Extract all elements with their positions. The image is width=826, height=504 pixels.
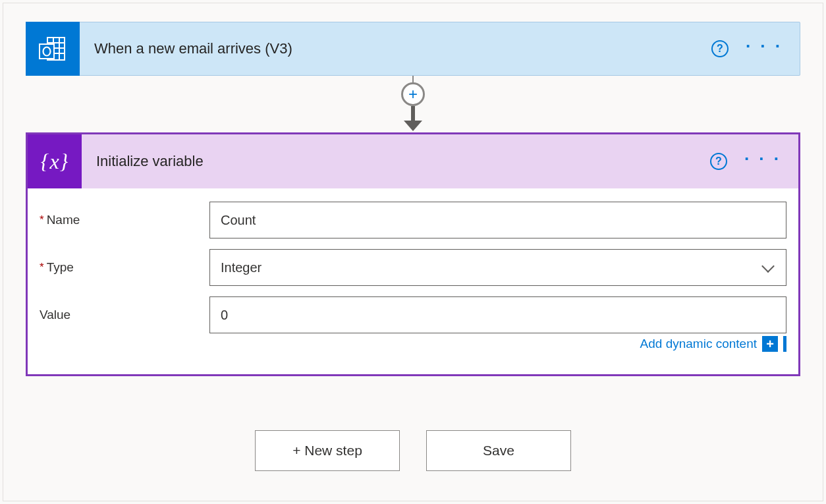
- dynamic-content-handle[interactable]: [783, 336, 786, 352]
- field-label-name: * Name: [40, 213, 209, 227]
- variable-icon: {x}: [28, 134, 82, 188]
- svg-rect-6: [40, 44, 54, 59]
- connector: +: [26, 76, 800, 134]
- field-row-type: * Type Integer: [40, 249, 786, 286]
- action-header-actions: ? · · ·: [710, 153, 798, 170]
- insert-step-button[interactable]: +: [401, 82, 425, 106]
- flow-designer-canvas: When a new email arrives (V3) ? · · · + …: [3, 3, 823, 501]
- label-text: Type: [47, 260, 74, 275]
- field-label-type: * Type: [40, 260, 209, 275]
- help-icon[interactable]: ?: [711, 40, 729, 57]
- more-menu-icon[interactable]: · · ·: [746, 43, 783, 55]
- type-select[interactable]: Integer: [209, 249, 786, 286]
- connector-arrow: [404, 106, 422, 131]
- add-dynamic-content-link[interactable]: Add dynamic content: [640, 337, 757, 351]
- action-title: Initialize variable: [82, 153, 710, 170]
- label-text: Name: [47, 213, 80, 227]
- action-card-initialize-variable: {x} Initialize variable ? · · · * Name *…: [26, 132, 800, 376]
- save-button[interactable]: Save: [426, 430, 571, 471]
- help-icon[interactable]: ?: [710, 153, 727, 170]
- connector-line: [412, 76, 414, 82]
- action-body: * Name * Type Integer Value: [28, 188, 798, 374]
- footer-buttons: + New step Save: [26, 430, 800, 471]
- trigger-card-email-arrives[interactable]: When a new email arrives (V3) ? · · ·: [26, 22, 800, 76]
- required-marker: *: [40, 261, 44, 274]
- select-value: Integer: [221, 260, 262, 275]
- action-header[interactable]: {x} Initialize variable ? · · ·: [28, 134, 798, 188]
- chevron-down-icon: [761, 260, 775, 275]
- label-text: Value: [40, 308, 70, 322]
- name-input[interactable]: [209, 202, 786, 238]
- required-marker: *: [40, 213, 44, 227]
- more-menu-icon[interactable]: · · ·: [744, 155, 781, 167]
- field-row-name: * Name: [40, 202, 786, 238]
- outlook-icon: [26, 22, 80, 76]
- field-label-value: Value: [40, 308, 209, 322]
- field-row-value: Value: [40, 296, 786, 333]
- new-step-button[interactable]: + New step: [255, 430, 400, 471]
- plus-icon[interactable]: +: [762, 336, 778, 352]
- trigger-title: When a new email arrives (V3): [80, 40, 711, 57]
- value-input[interactable]: [209, 296, 786, 333]
- trigger-header-actions: ? · · ·: [711, 40, 800, 57]
- dynamic-content-row: Add dynamic content +: [40, 336, 786, 365]
